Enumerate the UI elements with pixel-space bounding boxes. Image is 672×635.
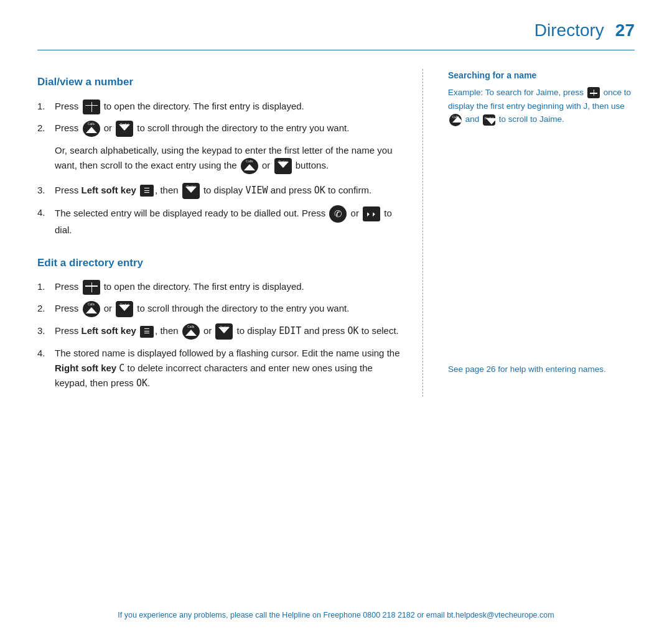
left-soft-key-label-1: Left soft key [82, 185, 136, 195]
redial-down-icon-4: Redial [116, 301, 133, 317]
step-edit-2: 2. Press Calls or Redial to scroll throu… [37, 301, 404, 317]
redial-down-icon-2: Redial [274, 158, 292, 174]
calls-up-icon-4: Calls [182, 323, 200, 340]
step-list-dial: 1. Press to open the directory. The firs… [37, 99, 404, 238]
ok-text-1: OK [314, 185, 325, 196]
redial-down-icon-5: Redial [215, 323, 233, 340]
view-text-1: VIEW [245, 185, 268, 196]
calls-up-icon-3: Calls [83, 301, 100, 317]
calls-up-icon-2: Calls [241, 158, 258, 174]
header-page-num: 27 [615, 17, 635, 44]
redial-down-icon-1: Redial [116, 121, 133, 137]
section-heading-dial: Dial/view a number [37, 74, 404, 90]
directory-icon-1 [83, 100, 100, 114]
step-edit-3: 3. Press Left soft key , then Calls or R… [37, 323, 404, 340]
phone-icon-1 [329, 205, 347, 223]
side-search-text-3: to scroll to Jaime. [499, 114, 564, 124]
step-edit-content-1: Press to open the directory. The first e… [55, 279, 404, 295]
step-num-3: 3. [37, 183, 55, 198]
side-column: Searching for a name Example: To search … [423, 69, 635, 397]
step-dial-1: 1. Press to open the directory. The firs… [37, 99, 404, 114]
page-container: Directory 27 Dial/view a number 1. Press… [0, 0, 672, 635]
step-edit-content-3: Press Left soft key , then Calls or Redi… [55, 323, 404, 340]
side-search-text: Example: To search for Jaime, press once… [448, 86, 635, 126]
calls-up-icon-1: Calls [83, 121, 100, 137]
do-icon-1 [363, 206, 380, 221]
right-soft-key-label: Right soft key [55, 363, 116, 373]
step-content-extra: Or, search alphabetically, using the key… [55, 143, 404, 174]
step-num-2: 2. [37, 121, 55, 136]
step-dial-extra: Or, search alphabetically, using the key… [37, 143, 404, 174]
c-key-text: C [119, 363, 124, 374]
page-header: Directory 27 [0, 0, 672, 50]
step-num-4: 4. [37, 205, 55, 220]
side-help-block: See page 26 for help with entering names… [448, 363, 635, 376]
step-edit-num-4: 4. [37, 346, 55, 361]
step-content-4: The selected entry will be displayed rea… [55, 205, 404, 238]
left-soft-key-label-2: Left soft key [82, 325, 136, 336]
section-edit-entry: Edit a directory entry 1. Press to open … [37, 255, 404, 391]
page-footer: If you experience any problems, please c… [0, 610, 672, 621]
footer-text: If you experience any problems, please c… [118, 611, 554, 619]
soft-key-icon-2 [140, 326, 154, 338]
side-redial-icon: Redial [483, 114, 495, 126]
step-edit-num-3: 3. [37, 323, 55, 338]
searching-block: Searching for a name Example: To search … [448, 69, 635, 126]
side-search-text-1: Example: To search for Jaime, press [448, 88, 584, 97]
step-edit-1: 1. Press to open the directory. The firs… [37, 279, 404, 295]
side-calls-icon: Calls [449, 114, 462, 126]
soft-key-icon-1 [140, 185, 154, 197]
section-heading-edit: Edit a directory entry [37, 255, 404, 271]
side-heading-search: Searching for a name [448, 69, 635, 82]
step-edit-num-2: 2. [37, 301, 55, 316]
step-edit-content-4: The stored name is displayed followed by… [55, 346, 404, 391]
content-area: Dial/view a number 1. Press to open the … [0, 50, 672, 397]
search-dir-icon [587, 87, 600, 98]
section-dial-view: Dial/view a number 1. Press to open the … [37, 74, 404, 238]
step-edit-num-1: 1. [37, 279, 55, 294]
ok-text-2: OK [348, 325, 359, 336]
step-content-1: Press to open the directory. The first e… [55, 99, 404, 114]
header-title: Directory [534, 17, 604, 44]
side-help-text: See page 26 for help with entering names… [448, 363, 635, 376]
directory-icon-2 [83, 280, 100, 295]
step-content-3: Press Left soft key , then Redial to dis… [55, 183, 404, 199]
edit-text-1: EDIT [279, 325, 301, 336]
main-column: Dial/view a number 1. Press to open the … [37, 69, 423, 397]
ok-text-3: OK [136, 378, 147, 389]
step-edit-content-2: Press Calls or Redial to scroll through … [55, 301, 404, 317]
step-num-1: 1. [37, 99, 55, 114]
step-edit-4: 4. The stored name is displayed followed… [37, 346, 404, 391]
step-content-2: Press Calls or Redial to scroll through … [55, 121, 404, 137]
step-dial-4: 4. The selected entry will be displayed … [37, 205, 404, 238]
redial-down-icon-3: Redial [182, 183, 200, 199]
step-dial-3: 3. Press Left soft key , then Redial to … [37, 183, 404, 199]
step-list-edit: 1. Press to open the directory. The firs… [37, 279, 404, 391]
step-dial-2: 2. Press Calls or Redial to scroll throu… [37, 121, 404, 137]
side-and-text: and [465, 114, 480, 124]
